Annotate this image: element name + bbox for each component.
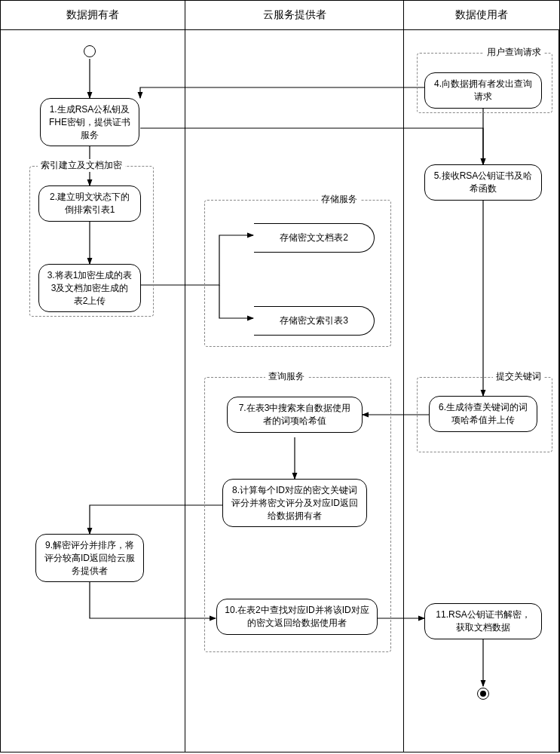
lane-header-owner: 数据拥有者	[1, 1, 185, 29]
swimlane-headers: 数据拥有者 云服务提供者 数据使用者	[0, 0, 560, 30]
lane-header-cloud: 云服务提供者	[185, 1, 404, 29]
node-4: 4.向数据拥有者发出查询请求	[424, 72, 542, 109]
node-2: 2.建立明文状态下的倒排索引表1	[38, 185, 141, 222]
end-node	[477, 688, 489, 700]
datastore-docs: 存储密文文档表2	[254, 223, 375, 253]
swimlane-body: 用户查询请求 索引建立及文档加密 存储服务 查询服务 提交关键词 1.生成RSA…	[0, 30, 560, 752]
group-label: 查询服务	[265, 370, 308, 383]
lane-header-user: 数据使用者	[404, 1, 559, 29]
start-node	[84, 45, 96, 57]
node-9: 9.解密评分并排序，将评分较高ID返回给云服务提供者	[35, 534, 144, 582]
group-label: 存储服务	[318, 193, 360, 206]
node-11: 11.RSA公钥证书解密，获取文档数据	[424, 603, 542, 639]
node-7: 7.在表3中搜索来自数据使用者的词项哈希值	[227, 397, 363, 433]
group-label: 用户查询请求	[484, 46, 544, 59]
node-8: 8.计算每个ID对应的密文关键词评分并将密文评分及对应ID返回给数据拥有者	[222, 479, 367, 527]
group-label: 提交关键词	[493, 370, 544, 383]
group-label: 索引建立及文档加密	[38, 159, 125, 172]
node-6: 6.生成待查关键词的词项哈希值并上传	[429, 396, 537, 432]
datastore-index: 存储密文索引表3	[254, 306, 375, 336]
node-10: 10.在表2中查找对应ID并将该ID对应的密文返回给数据使用者	[216, 599, 378, 635]
node-1: 1.生成RSA公私钥及FHE密钥，提供证书服务	[40, 98, 139, 146]
node-3: 3.将表1加密生成的表3及文档加密生成的表2上传	[38, 264, 141, 312]
node-5: 5.接收RSA公钥证书及哈希函数	[424, 164, 542, 201]
